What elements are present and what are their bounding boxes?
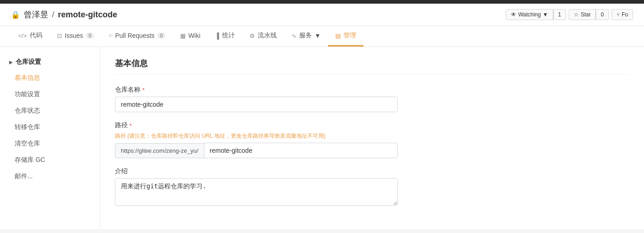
tab-pull-requests-label: Pull Requests	[115, 32, 154, 39]
path-prefix: https://gitee.com/zeng-ze_yu/	[115, 143, 204, 158]
lock-icon: 🔒	[11, 10, 20, 19]
wiki-icon: ▦	[180, 32, 186, 39]
path-input[interactable]	[204, 143, 398, 158]
tab-pull-requests[interactable]: ⑂ Pull Requests 0	[101, 26, 173, 46]
sidebar-item-clear-repo[interactable]: 清空仓库	[0, 135, 100, 152]
stats-icon: ▐	[215, 32, 219, 39]
tab-issues[interactable]: ⊡ Issues 0	[50, 26, 102, 46]
intro-label: 介绍	[115, 167, 629, 176]
manage-icon: ▤	[335, 32, 341, 39]
star-btn-group: ☆ Star 0	[569, 9, 609, 20]
sidebar-item-storage-gc[interactable]: 存储库 GC	[0, 152, 100, 168]
sidebar-section-label: 仓库设置	[16, 58, 41, 66]
path-row: https://gitee.com/zeng-ze_yu/	[115, 143, 398, 158]
section-arrow-icon: ▶	[9, 60, 13, 65]
path-field: 路径 * 路径 (请注意：仓库路径即仓库访问 URL 地址，更改仓库路径将导致原…	[115, 121, 629, 158]
issues-icon: ⊡	[57, 32, 62, 39]
fork-btn-group: ⑂ Fo	[612, 9, 633, 20]
repo-title: 🔒 曾泽昱 / remote-gitcode	[11, 9, 117, 20]
star-count-button[interactable]: 0	[596, 9, 609, 20]
sidebar-item-basic-info[interactable]: 基本信息	[0, 70, 100, 86]
watching-button[interactable]: 👁 Watching ▼	[506, 9, 553, 20]
content-title: 基本信息	[115, 58, 629, 75]
watching-count: 1	[558, 11, 561, 18]
sidebar-item-more[interactable]: 邮件...	[0, 168, 100, 185]
tab-wiki-label: Wiki	[188, 32, 200, 39]
tab-code-label: 代码	[30, 31, 42, 40]
content-area: 基本信息 仓库名称 * 路径 * 路径 (请注意：仓库路径即仓库访问 URL 地…	[100, 47, 644, 229]
tab-wiki[interactable]: ▦ Wiki	[173, 26, 208, 46]
eye-icon: 👁	[511, 11, 516, 18]
repo-name: remote-gitcode	[58, 10, 117, 20]
path-label: 路径 *	[115, 121, 629, 129]
intro-field: 介绍 用来进行git远程仓库的学习.	[115, 167, 629, 207]
watching-dropdown-icon: ▼	[543, 11, 548, 18]
issues-badge: 0	[86, 32, 94, 39]
repo-separator: /	[52, 10, 54, 20]
code-icon: </>	[18, 32, 27, 39]
repo-name-field: 仓库名称 *	[115, 86, 629, 112]
sidebar-item-basic-info-label: 基本信息	[15, 74, 40, 81]
nav-tabs: </> 代码 ⊡ Issues 0 ⑂ Pull Requests 0 ▦ Wi…	[0, 26, 644, 47]
path-hint: 路径 (请注意：仓库路径即仓库访问 URL 地址，更改仓库路径将导致原克隆地址不…	[115, 132, 629, 140]
repo-name-label: 仓库名称 *	[115, 86, 629, 94]
watching-label: Watching	[518, 11, 541, 18]
tab-services-label: 服务	[299, 31, 312, 40]
sidebar-item-repo-status-label: 仓库状态	[15, 107, 40, 114]
intro-input[interactable]: 用来进行git远程仓库的学习.	[115, 178, 398, 206]
pull-requests-icon: ⑂	[109, 32, 112, 39]
main-layout: ▶ 仓库设置 基本信息 功能设置 仓库状态 转移仓库 清空仓库 存储库 GC 邮…	[0, 47, 644, 229]
watching-count-button[interactable]: 1	[553, 9, 566, 20]
sidebar-item-more-label: 邮件...	[15, 172, 33, 180]
tab-stats[interactable]: ▐ 统计	[208, 26, 242, 47]
header-actions: 👁 Watching ▼ 1 ☆ Star 0 ⑂ Fo	[506, 9, 633, 20]
top-bar	[0, 0, 644, 4]
sidebar-item-feature-settings[interactable]: 功能设置	[0, 86, 100, 103]
star-button[interactable]: ☆ Star	[569, 9, 596, 20]
services-dropdown-icon: ▼	[315, 32, 321, 39]
repo-owner: 曾泽昱	[24, 9, 48, 20]
header: 🔒 曾泽昱 / remote-gitcode 👁 Watching ▼ 1 ☆ …	[0, 4, 644, 26]
repo-name-required: *	[142, 87, 145, 93]
fork-icon: ⑂	[617, 11, 620, 18]
fork-button[interactable]: ⑂ Fo	[612, 9, 633, 20]
sidebar-item-storage-gc-label: 存储库 GC	[15, 156, 45, 163]
sidebar-section-title: ▶ 仓库设置	[0, 54, 100, 70]
tab-issues-label: Issues	[65, 32, 83, 39]
fork-label: Fo	[622, 11, 628, 18]
services-icon: ∿	[291, 32, 296, 39]
tab-manage[interactable]: ▤ 管理	[328, 26, 364, 47]
tab-code[interactable]: </> 代码	[11, 26, 50, 47]
star-icon: ☆	[574, 11, 579, 18]
tab-stats-label: 统计	[222, 31, 235, 40]
tab-manage-label: 管理	[343, 31, 356, 40]
sidebar-item-feature-settings-label: 功能设置	[15, 90, 40, 98]
path-required: *	[130, 122, 132, 129]
repo-name-input[interactable]	[115, 97, 398, 112]
star-label: Star	[581, 11, 591, 18]
pull-requests-badge: 0	[157, 32, 166, 39]
star-count: 0	[601, 11, 604, 18]
sidebar-item-transfer-repo-label: 转移仓库	[15, 123, 40, 130]
pipeline-icon: ⚙	[249, 32, 255, 39]
tab-services[interactable]: ∿ 服务 ▼	[284, 26, 328, 47]
tab-pipeline[interactable]: ⚙ 流水线	[242, 26, 284, 47]
watching-btn-group: 👁 Watching ▼ 1	[506, 9, 566, 20]
sidebar-item-clear-repo-label: 清空仓库	[15, 140, 40, 147]
tab-pipeline-label: 流水线	[258, 31, 277, 40]
sidebar: ▶ 仓库设置 基本信息 功能设置 仓库状态 转移仓库 清空仓库 存储库 GC 邮…	[0, 47, 100, 229]
sidebar-item-transfer-repo[interactable]: 转移仓库	[0, 119, 100, 135]
sidebar-item-repo-status[interactable]: 仓库状态	[0, 103, 100, 119]
